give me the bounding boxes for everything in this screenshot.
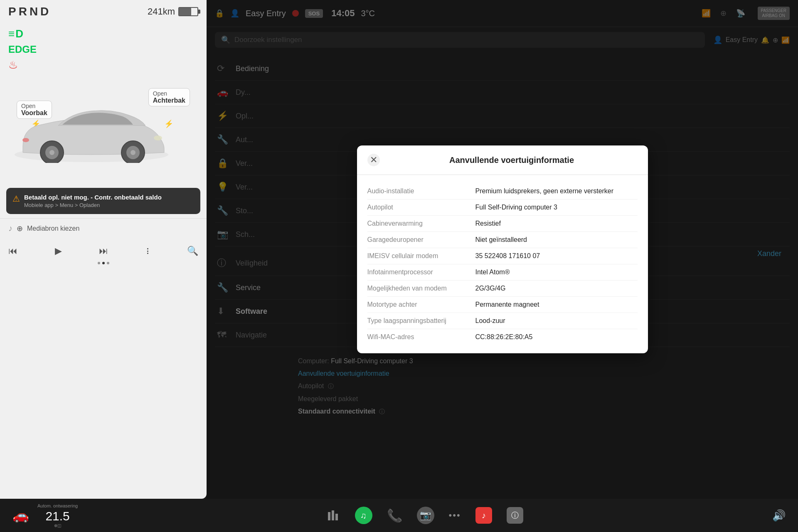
warning-icon: ⚠ bbox=[12, 194, 20, 204]
taskbar-right: 🔊 bbox=[772, 509, 786, 522]
warning-text: Betaald opl. niet mog. - Contr. onbetaal… bbox=[24, 193, 162, 209]
modal-row-key: Autopilot bbox=[367, 204, 475, 211]
modal-row: Audio-installatie Premium luidsprekers, … bbox=[367, 183, 638, 200]
modal-row: Type laagspanningsbatterij Lood-zuur bbox=[367, 313, 638, 329]
modal-row: IMEISV cellulair modem 35 522408 171610 … bbox=[367, 248, 638, 264]
icon-lights: ≡D bbox=[8, 27, 198, 40]
modal-row-key: Motortype achter bbox=[367, 301, 475, 308]
modal-row-value: Permanente magneet bbox=[475, 301, 638, 308]
modal-row-value: Lood-zuur bbox=[475, 317, 638, 325]
modal-close-button[interactable]: ✕ bbox=[367, 154, 380, 166]
prev-button[interactable]: ⏮ bbox=[8, 246, 17, 256]
modal-row-value: Intel Atom® bbox=[475, 268, 638, 276]
play-button[interactable]: ▶ bbox=[55, 246, 62, 256]
left-panel: PRND 241km ≡D EDGE ♨ Open Voorbak Open A… bbox=[0, 0, 207, 499]
camera-button[interactable]: 📷 bbox=[417, 507, 434, 524]
icon-heat: ♨ bbox=[8, 59, 198, 71]
modal-row-key: Cabineverwarming bbox=[367, 220, 475, 227]
modal-row: Cabineverwarming Resistief bbox=[367, 216, 638, 232]
svg-rect-11 bbox=[335, 514, 338, 520]
left-icons: ≡D EDGE ♨ bbox=[0, 23, 207, 76]
modal-row-value: Premium luidsprekers, geen externe verst… bbox=[475, 187, 638, 195]
phone-icon[interactable]: 📞 bbox=[387, 508, 402, 523]
spotify-button[interactable]: ♫ bbox=[355, 507, 372, 524]
left-top-bar: PRND 241km bbox=[0, 0, 207, 23]
range-value: 241km bbox=[148, 6, 175, 17]
modal-header: ✕ Aanvullende voertuiginformatie bbox=[357, 145, 648, 175]
card-button[interactable]: ⓘ bbox=[507, 507, 523, 524]
icon-edge: EDGE bbox=[8, 44, 198, 55]
svg-point-3 bbox=[49, 150, 54, 155]
chart-icon[interactable] bbox=[327, 509, 340, 522]
modal-row-value: Full Self-Driving computer 3 bbox=[475, 204, 638, 211]
dot-2 bbox=[102, 262, 105, 264]
bluetooth-icon: ⊕ bbox=[17, 224, 23, 233]
modal-row-key: Mogelijkheden van modem bbox=[367, 285, 475, 292]
taskbar-center: ♫ 📞 📷 ••• ♪ ⓘ bbox=[327, 507, 523, 524]
taskbar-temp-value: 21.5 bbox=[37, 509, 78, 523]
modal-body: Audio-installatie Premium luidsprekers, … bbox=[357, 175, 648, 353]
equalizer-button[interactable]: ⫶ bbox=[145, 246, 150, 256]
svg-point-6 bbox=[131, 150, 135, 155]
modal-row-value: 35 522408 171610 07 bbox=[475, 252, 638, 260]
range-info: 241km bbox=[148, 6, 198, 17]
media-controls: ⏮ ▶ ⏭ ⫶ 🔍 bbox=[0, 242, 207, 260]
modal-row-value: Resistief bbox=[475, 220, 638, 227]
taskbar-temp: Autom. ontwasering 21.5 ⊕◫ bbox=[37, 503, 78, 528]
modal-row-key: Wifi-MAC-adres bbox=[367, 333, 475, 341]
svg-rect-9 bbox=[328, 512, 330, 520]
modal-row: Mogelijkheden van modem 2G/3G/4G bbox=[367, 281, 638, 297]
modal-dialog: ✕ Aanvullende voertuiginformatie Audio-i… bbox=[357, 145, 648, 353]
svg-point-7 bbox=[154, 135, 162, 140]
car-svg bbox=[4, 88, 179, 163]
warning-banner: ⚠ Betaald opl. niet mog. - Contr. onbeta… bbox=[6, 188, 200, 214]
modal-row-key: Type laagspanningsbatterij bbox=[367, 317, 475, 325]
music-note-icon: ♪ bbox=[8, 224, 12, 233]
more-button[interactable]: ••• bbox=[449, 510, 461, 521]
modal-row: Infotainmentprocessor Intel Atom® bbox=[367, 264, 638, 281]
car-image-area: Open Voorbak Open Achterbak 🔓 ⚡ ⚡ bbox=[8, 80, 198, 184]
svg-rect-10 bbox=[332, 510, 334, 520]
page-dots bbox=[0, 260, 207, 266]
media-label: Mediabron kiezen bbox=[27, 225, 79, 232]
modal-overlay[interactable]: ✕ Aanvullende voertuiginformatie Audio-i… bbox=[207, 0, 798, 499]
modal-row: Autopilot Full Self-Driving computer 3 bbox=[367, 200, 638, 216]
modal-title: Aanvullende voertuiginformatie bbox=[386, 155, 638, 165]
dot-3 bbox=[107, 262, 109, 264]
temp-indicator: ⊕◫ bbox=[37, 523, 78, 528]
modal-row-key: Garagedeuropener bbox=[367, 236, 475, 244]
modal-row-key: Infotainmentprocessor bbox=[367, 268, 475, 276]
autom-label: Autom. ontwasering bbox=[37, 503, 78, 508]
modal-row-key: Audio-installatie bbox=[367, 187, 475, 195]
volume-icon[interactable]: 🔊 bbox=[772, 509, 786, 522]
modal-row: Wifi-MAC-adres CC:88:26:2E:80:A5 bbox=[367, 329, 638, 345]
modal-row-value: CC:88:26:2E:80:A5 bbox=[475, 333, 638, 341]
media-section[interactable]: ♪ ⊕ Mediabron kiezen bbox=[0, 218, 207, 238]
prnd-display: PRND bbox=[8, 5, 51, 18]
taskbar: 🚗 Autom. ontwasering 21.5 ⊕◫ ♫ 📞 📷 ••• ♪ bbox=[0, 499, 798, 532]
dot-1 bbox=[98, 262, 100, 264]
taskbar-car-icon: 🚗 bbox=[12, 507, 29, 523]
music-button[interactable]: ♪ bbox=[475, 507, 492, 524]
modal-row-key: IMEISV cellulair modem bbox=[367, 252, 475, 260]
modal-row-value: Niet geïnstalleerd bbox=[475, 236, 638, 244]
next-button[interactable]: ⏭ bbox=[99, 246, 108, 256]
taskbar-left: 🚗 Autom. ontwasering 21.5 ⊕◫ bbox=[12, 503, 78, 528]
modal-row: Garagedeuropener Niet geïnstalleerd bbox=[367, 232, 638, 248]
search-media-button[interactable]: 🔍 bbox=[187, 246, 198, 256]
modal-row: Motortype achter Permanente magneet bbox=[367, 297, 638, 313]
battery-icon bbox=[178, 7, 198, 16]
modal-row-value: 2G/3G/4G bbox=[475, 285, 638, 292]
svg-point-8 bbox=[22, 138, 29, 142]
